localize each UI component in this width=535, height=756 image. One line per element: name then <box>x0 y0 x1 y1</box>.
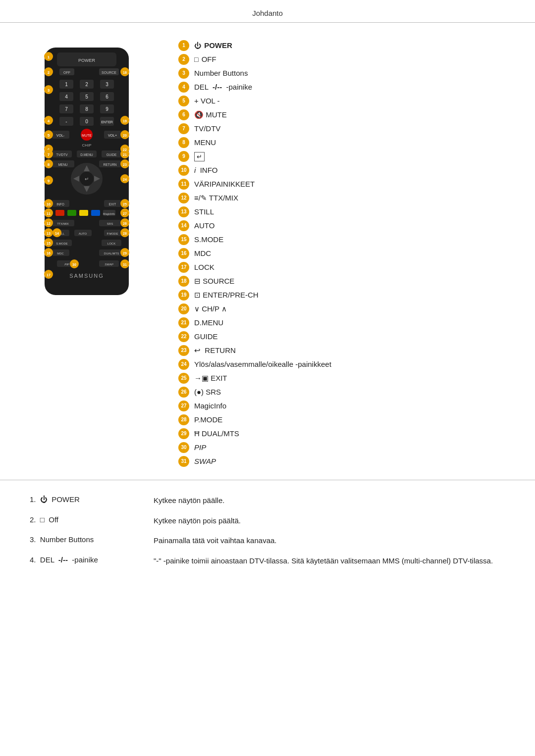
svg-text:17: 17 <box>47 273 51 277</box>
label-9: 9 ↵ <box>178 151 505 162</box>
label-23: 23 ↩ RETURN <box>178 345 505 356</box>
badge-9: 9 <box>178 151 189 162</box>
svg-text:1: 1 <box>48 55 50 59</box>
badge-28: 28 <box>178 414 189 425</box>
label-16: 16 MDC <box>178 248 505 259</box>
svg-text:4: 4 <box>48 119 50 123</box>
badge-5: 5 <box>178 96 189 106</box>
svg-text:18: 18 <box>123 71 127 74</box>
svg-text:1: 1 <box>65 82 68 87</box>
svg-text:MagicInfo: MagicInfo <box>103 212 115 215</box>
label-1: 1 ⏻ POWER <box>178 40 505 51</box>
label-8: 8 MENU <box>178 137 505 148</box>
svg-text:8: 8 <box>48 162 50 167</box>
label-7: 7 TV/DTV <box>178 123 505 134</box>
svg-text:EXIT: EXIT <box>109 202 116 206</box>
label-20: 20 ∨ CH/P ∧ <box>178 303 505 314</box>
svg-text:28: 28 <box>123 232 127 235</box>
badge-21: 21 <box>178 317 189 328</box>
svg-text:4: 4 <box>65 94 68 100</box>
label-21: 21 D.MENU <box>178 317 505 328</box>
svg-text:POWER: POWER <box>78 58 96 63</box>
svg-text:13: 13 <box>47 232 51 235</box>
desc-label-3: 3. Number Buttons <box>30 535 139 547</box>
svg-text:6: 6 <box>106 94 108 100</box>
desc-label-4: 4. DEL -/-- -painike <box>30 555 139 567</box>
svg-text:20: 20 <box>123 134 127 137</box>
label-15: 15 S.MODE <box>178 234 505 245</box>
svg-text:10: 10 <box>47 202 51 206</box>
badge-12: 12 <box>178 193 189 203</box>
label-6: 6 🔇 MUTE <box>178 109 505 120</box>
svg-text:29: 29 <box>123 252 127 255</box>
desc-text-1: Kytkee näytön päälle. <box>154 495 505 506</box>
badge-18: 18 <box>178 276 189 287</box>
desc-item-4: 4. DEL -/-- -painike "-" -painike toimii… <box>30 555 505 567</box>
svg-text:LOCK: LOCK <box>107 242 115 245</box>
svg-text:SRS: SRS <box>107 222 113 225</box>
svg-text:D.MENU: D.MENU <box>80 153 93 156</box>
svg-text:23: 23 <box>123 163 127 166</box>
label-22: 22 GUIDE <box>178 331 505 342</box>
svg-text:9: 9 <box>106 106 108 112</box>
badge-8: 8 <box>178 137 189 148</box>
desc-item-1: 1. ⏻ POWER Kytkee näytön päälle. <box>30 495 505 506</box>
svg-rect-63 <box>91 210 100 216</box>
svg-text:19: 19 <box>123 119 127 123</box>
badge-19: 19 <box>178 290 189 301</box>
badge-4: 4 <box>178 82 189 93</box>
label-18: 18 ⊟ SOURCE <box>178 276 505 287</box>
svg-text:P.MODE: P.MODE <box>107 232 118 235</box>
badge-1: 1 <box>178 40 189 51</box>
svg-text:AUTO: AUTO <box>79 232 87 235</box>
svg-text:31: 31 <box>123 263 127 266</box>
badge-13: 13 <box>178 206 189 217</box>
svg-text:12: 12 <box>47 222 51 225</box>
label-3: 3 Number Buttons <box>178 68 505 79</box>
svg-rect-62 <box>79 210 88 216</box>
label-12: 12 ≡/✎ TTX/MIX <box>178 193 505 203</box>
desc-text-4: "-" -painike toimii ainoastaan DTV-tilas… <box>154 555 505 567</box>
svg-text:GUIDE: GUIDE <box>107 153 117 156</box>
svg-text:0: 0 <box>85 119 88 124</box>
svg-text:S.MODE: S.MODE <box>56 242 68 245</box>
svg-text:30: 30 <box>72 263 76 266</box>
badge-15: 15 <box>178 234 189 245</box>
labels-list: 1 ⏻ POWER 2 □ OFF 3 Number Buttons 4 DEL… <box>178 38 505 470</box>
label-17: 17 LOCK <box>178 262 505 273</box>
label-19: 19 ⊡ ENTER/PRE-CH <box>178 290 505 301</box>
svg-rect-61 <box>67 210 76 216</box>
svg-text:-: - <box>65 119 67 124</box>
svg-rect-60 <box>55 210 64 216</box>
badge-11: 11 <box>178 179 189 190</box>
svg-text:25: 25 <box>123 202 127 206</box>
label-30: 30 PIP <box>178 442 505 453</box>
label-24: 24 Ylös/alas/vasemmalle/oikealle -painik… <box>178 359 505 370</box>
svg-text:5: 5 <box>48 133 50 138</box>
svg-text:SAMSUNG: SAMSUNG <box>69 273 104 279</box>
svg-text:9: 9 <box>48 179 50 183</box>
descriptions-section: 1. ⏻ POWER Kytkee näytön päälle. 2. □ Of… <box>0 480 535 585</box>
svg-text:PIP: PIP <box>64 263 69 266</box>
svg-text:8: 8 <box>85 106 88 112</box>
label-14: 14 AUTO <box>178 220 505 231</box>
svg-text:24: 24 <box>123 178 127 181</box>
badge-25: 25 <box>178 373 189 384</box>
svg-text:5: 5 <box>85 94 88 100</box>
svg-text:CHIP: CHIP <box>82 143 91 148</box>
svg-text:MDC: MDC <box>57 252 64 255</box>
badge-31: 31 <box>178 456 189 467</box>
badge-24: 24 <box>178 359 189 370</box>
svg-text:7: 7 <box>65 106 68 112</box>
badge-6: 6 <box>178 109 189 120</box>
svg-text:INFO: INFO <box>56 202 64 206</box>
svg-text:27: 27 <box>123 212 127 215</box>
svg-text:11: 11 <box>47 212 51 215</box>
svg-text:↵: ↵ <box>85 176 89 182</box>
svg-text:OFF: OFF <box>63 71 70 74</box>
badge-26: 26 <box>178 387 189 398</box>
svg-text:3: 3 <box>48 88 50 93</box>
desc-item-2: 2. □ Off Kytkee näytön pois päältä. <box>30 515 505 527</box>
svg-text:2: 2 <box>48 70 50 75</box>
badge-17: 17 <box>178 262 189 273</box>
